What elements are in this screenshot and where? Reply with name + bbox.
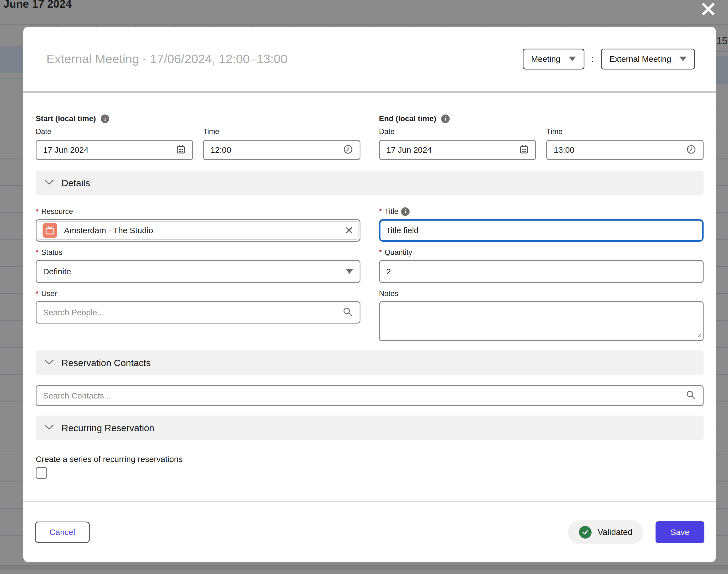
notes-textarea[interactable] bbox=[380, 302, 703, 340]
start-group: Start (local time) i Date bbox=[36, 114, 360, 160]
end-date-input[interactable] bbox=[379, 140, 537, 160]
end-date-label: Date bbox=[379, 127, 537, 136]
status-select[interactable]: Definite bbox=[36, 260, 360, 283]
start-date-input[interactable] bbox=[36, 140, 193, 160]
status-value: Definite bbox=[43, 267, 340, 276]
recurring-checkbox[interactable] bbox=[36, 467, 47, 479]
details-right-column: * Title i * Quantity Not bbox=[379, 207, 704, 341]
section-header-recurring-reservation[interactable]: Recurring Reservation bbox=[36, 415, 703, 440]
cancel-button[interactable]: Cancel bbox=[35, 522, 90, 543]
type-category-select[interactable]: Meeting bbox=[523, 49, 585, 70]
notes-label-row: Notes bbox=[379, 289, 704, 298]
notes-textarea-wrap bbox=[379, 301, 704, 341]
chevron-down-icon bbox=[44, 360, 54, 366]
contacts-search-input[interactable] bbox=[36, 385, 703, 406]
datetime-row: Start (local time) i Date bbox=[36, 114, 703, 160]
chevron-down-icon bbox=[44, 424, 54, 431]
quantity-input[interactable] bbox=[379, 260, 704, 283]
required-marker: * bbox=[379, 207, 382, 216]
check-circle-icon bbox=[579, 526, 592, 539]
end-date-value[interactable] bbox=[387, 145, 514, 155]
user-label: User bbox=[41, 289, 57, 298]
validated-text: Validated bbox=[598, 527, 633, 537]
calendar-bottom-row bbox=[0, 566, 728, 570]
info-icon[interactable]: i bbox=[101, 115, 109, 123]
calendar-row-lines-right bbox=[716, 25, 728, 562]
start-label: Start (local time) bbox=[36, 114, 96, 123]
quantity-label: Quantity bbox=[385, 248, 412, 257]
start-time-label: Time bbox=[203, 127, 360, 136]
type-value-text: External Meeting bbox=[609, 54, 671, 64]
resource-label: Resource bbox=[41, 207, 73, 216]
title-input-focused[interactable] bbox=[379, 219, 704, 242]
end-group: End (local time) i Date bbox=[379, 114, 704, 160]
resource-value: Amsterdam - The Studio bbox=[64, 226, 338, 235]
start-date-value[interactable] bbox=[43, 145, 171, 155]
section-title: Details bbox=[61, 178, 90, 189]
required-marker: * bbox=[379, 248, 382, 257]
clear-icon[interactable]: ✕ bbox=[345, 225, 353, 236]
calendar-date-heading: June 17 2024 bbox=[3, 0, 72, 10]
required-marker: * bbox=[36, 248, 39, 257]
dialog-header: External Meeting - 17/06/2024, 12:00–13:… bbox=[23, 27, 716, 91]
quantity-field[interactable] bbox=[387, 267, 696, 276]
close-icon bbox=[700, 1, 716, 17]
clock-icon[interactable] bbox=[686, 145, 696, 156]
recurring-checkbox-label: Create a series of recurring reservation… bbox=[36, 455, 703, 464]
dialog-body: Start (local time) i Date bbox=[23, 93, 716, 501]
section-title: Recurring Reservation bbox=[61, 423, 154, 434]
title-field[interactable] bbox=[386, 226, 697, 235]
notes-label: Notes bbox=[379, 289, 398, 298]
required-marker: * bbox=[36, 289, 39, 298]
end-time-value[interactable] bbox=[554, 145, 681, 155]
screen: June 17 2024 15 External Meeting - 17/06… bbox=[0, 0, 728, 574]
dialog-footer: Cancel Validated Save bbox=[23, 502, 716, 562]
end-time-field: Time bbox=[546, 127, 703, 160]
contacts-search-field[interactable] bbox=[43, 391, 680, 401]
resource-input[interactable]: Amsterdam - The Studio ✕ bbox=[36, 219, 360, 242]
calendar-icon[interactable] bbox=[519, 145, 529, 155]
close-button[interactable] bbox=[699, 1, 717, 18]
section-header-details[interactable]: Details bbox=[36, 170, 703, 195]
calendar-selected-row-left bbox=[0, 46, 23, 73]
quantity-label-row: * Quantity bbox=[379, 248, 704, 257]
info-icon[interactable]: i bbox=[401, 207, 410, 216]
search-icon bbox=[686, 390, 696, 402]
search-icon bbox=[343, 307, 353, 318]
user-search-input[interactable] bbox=[36, 301, 360, 324]
validated-badge: Validated bbox=[568, 520, 643, 544]
reservation-title-placeholder[interactable]: External Meeting - 17/06/2024, 12:00–13:… bbox=[46, 52, 523, 66]
chevron-down-icon bbox=[679, 56, 687, 61]
calendar-row-lines-left bbox=[0, 25, 23, 562]
chevron-down-icon bbox=[569, 56, 576, 61]
type-select-group: Meeting : External Meeting bbox=[523, 49, 695, 70]
title-label-row: * Title i bbox=[379, 207, 704, 216]
calendar-day-number: 15 bbox=[717, 35, 727, 47]
chevron-down-icon bbox=[346, 269, 353, 274]
start-time-value[interactable] bbox=[211, 145, 338, 155]
type-value-select[interactable]: External Meeting bbox=[601, 49, 695, 70]
type-category-value: Meeting bbox=[531, 54, 561, 64]
resize-grip-icon[interactable] bbox=[696, 333, 701, 339]
section-title: Reservation Contacts bbox=[61, 358, 151, 368]
end-time-input[interactable] bbox=[546, 140, 703, 160]
details-fields: * Resource Amsterd bbox=[36, 207, 703, 341]
calendar-selected-row-right bbox=[716, 56, 728, 84]
calendar-icon[interactable] bbox=[176, 145, 185, 155]
start-time-field: Time bbox=[203, 127, 360, 160]
details-left-column: * Resource Amsterd bbox=[36, 207, 360, 324]
reservation-dialog: External Meeting - 17/06/2024, 12:00–13:… bbox=[23, 27, 716, 562]
resource-type-tv-icon bbox=[43, 223, 57, 238]
info-icon[interactable]: i bbox=[441, 115, 449, 123]
clock-icon[interactable] bbox=[343, 145, 353, 156]
chevron-down-icon bbox=[44, 179, 54, 186]
section-header-reservation-contacts[interactable]: Reservation Contacts bbox=[36, 351, 703, 375]
status-label-row: * Status bbox=[36, 248, 360, 257]
end-label: End (local time) bbox=[379, 114, 436, 123]
required-marker: * bbox=[36, 207, 39, 216]
start-time-input[interactable] bbox=[203, 140, 360, 160]
user-search-field[interactable] bbox=[43, 308, 337, 317]
type-separator: : bbox=[592, 54, 594, 64]
start-date-label: Date bbox=[36, 127, 193, 136]
save-button[interactable]: Save bbox=[655, 521, 704, 543]
